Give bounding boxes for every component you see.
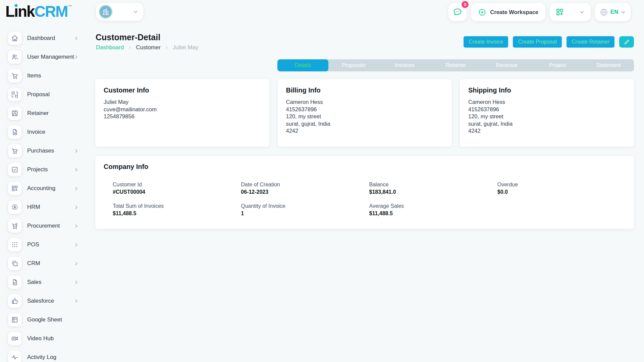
home-icon xyxy=(8,32,21,45)
billing-info-card: Billing Info Cameron Hess4152637896120, … xyxy=(278,79,452,147)
user-circle-dashed-icon xyxy=(8,200,21,214)
sidebar-item-retainer[interactable]: Retainer xyxy=(0,104,91,123)
sidebar: Dashboard User Management Items Proposal… xyxy=(0,29,91,362)
chevron-right-icon xyxy=(73,261,79,266)
company-field-overdue: Overdue $0.0 xyxy=(497,182,626,195)
field-label: Quantity of Invoice xyxy=(241,203,369,209)
chevron-right-icon xyxy=(73,148,79,154)
cart-icon xyxy=(8,69,21,82)
tab-invoices[interactable]: Invoices xyxy=(379,59,430,71)
breadcrumb-customer[interactable]: Customer xyxy=(136,44,161,51)
sidebar-item-activity-log[interactable]: Activity Log xyxy=(0,348,91,362)
sidebar-item-label: Invoice xyxy=(27,129,45,135)
chevron-down-icon xyxy=(620,9,626,15)
sidebar-item-label: Google Sheet xyxy=(27,316,62,323)
company-field-customer-id: Customer Id #CUST00004 xyxy=(113,182,241,195)
company-field-date-of-creation: Date of Creation 06-12-2023 xyxy=(241,182,369,195)
language-selector[interactable]: EN xyxy=(595,3,631,21)
info-line: Cameron Hess xyxy=(286,99,443,106)
chevron-right-icon xyxy=(73,204,79,210)
workspace-building-icon xyxy=(99,5,113,19)
chevron-right-icon xyxy=(73,167,79,173)
logo-text-blue: CRM xyxy=(35,3,68,20)
field-value: 1 xyxy=(241,210,369,217)
sidebar-item-label: Video Hub xyxy=(27,335,54,342)
tab-label: Proposals xyxy=(342,62,366,68)
sidebar-item-hrm[interactable]: HRM xyxy=(0,198,91,217)
create-retainer-button[interactable]: Create Retainer xyxy=(567,36,614,48)
file-icon xyxy=(8,276,21,289)
sidebar-item-items[interactable]: Items xyxy=(0,66,91,85)
card-title: Customer Info xyxy=(104,86,261,94)
sidebar-item-crm[interactable]: CRM xyxy=(0,254,91,273)
info-line: 4152637896 xyxy=(468,106,626,113)
field-label: Total Sum of Invoices xyxy=(113,203,241,209)
transform-icon xyxy=(8,88,21,101)
sidebar-item-label: Items xyxy=(27,72,41,79)
grid-dots-icon xyxy=(8,238,21,251)
sidebar-item-google-sheet[interactable]: Google Sheet xyxy=(0,310,91,329)
square-check-icon xyxy=(8,163,21,176)
sidebar-item-invoice[interactable]: Invoice xyxy=(0,123,91,141)
tab-label: Details xyxy=(294,62,311,68)
create-workspace-button[interactable]: Create Workspace xyxy=(471,3,545,21)
chat-button[interactable]: 0 xyxy=(448,3,467,21)
sidebar-item-projects[interactable]: Projects xyxy=(0,160,91,179)
apps-grid-icon xyxy=(555,8,564,16)
sidebar-item-label: Activity Log xyxy=(27,354,56,361)
field-value: $183,841.0 xyxy=(369,189,497,195)
create-workspace-label: Create Workspace xyxy=(490,9,538,15)
sidebar-item-video-hub[interactable]: Video Hub xyxy=(0,329,91,348)
sidebar-item-label: Sales xyxy=(27,279,42,286)
info-line: 4152637896 xyxy=(286,106,443,113)
tab-proposals[interactable]: Proposals xyxy=(328,59,379,71)
sidebar-item-label: Procurement xyxy=(27,223,60,229)
thumbs-up-icon xyxy=(8,294,21,308)
field-value: #CUST00004 xyxy=(113,189,241,195)
card-lines: Cameron Hess4152637896120, my streetsura… xyxy=(468,99,626,135)
info-line: 1254879856 xyxy=(104,113,261,120)
chevron-right-icon xyxy=(73,54,79,60)
create-proposal-button[interactable]: Create Proposal xyxy=(513,36,562,48)
sidebar-item-dashboard[interactable]: Dashboard xyxy=(0,29,91,48)
tab-statement[interactable]: Statement xyxy=(583,59,634,71)
info-cards-row: Customer Info Juliet Maycuve@mailinator.… xyxy=(95,79,634,147)
workspace-selector[interactable] xyxy=(96,3,143,21)
company-field-balance: Balance $183,841.0 xyxy=(369,182,497,195)
sidebar-item-label: User Management xyxy=(27,54,74,60)
company-info-card: Company Info Customer Id #CUST00004 Date… xyxy=(95,156,634,229)
sidebar-item-accounting[interactable]: Accounting xyxy=(0,179,91,198)
cart-icon xyxy=(8,144,21,158)
sidebar-item-proposal[interactable]: Proposal xyxy=(0,85,91,104)
company-field-quantity-of-invoice: Quantity of Invoice 1 xyxy=(241,203,369,217)
tab-label: Retainer xyxy=(445,62,466,68)
tab-project[interactable]: Project xyxy=(532,59,583,71)
chevron-right-icon xyxy=(73,186,79,191)
tab-details[interactable]: Details xyxy=(277,59,328,71)
chevron-right-icon xyxy=(73,242,79,248)
cart-check-icon xyxy=(8,219,21,233)
info-line: surat, gujrat, India xyxy=(468,120,626,128)
create-invoice-button[interactable]: Create Invoice xyxy=(464,36,508,48)
sidebar-item-procurement[interactable]: Procurement xyxy=(0,217,91,235)
sidebar-item-pos[interactable]: POS xyxy=(0,235,91,254)
sidebar-item-salesforce[interactable]: Salesforce xyxy=(0,292,91,310)
tab-revenue[interactable]: Revenue xyxy=(481,59,532,71)
sidebar-item-sales[interactable]: Sales xyxy=(0,273,91,292)
sidebar-item-label: Purchases xyxy=(27,147,54,154)
sidebar-item-user-management[interactable]: User Management xyxy=(0,48,91,66)
field-label: Date of Creation xyxy=(241,182,369,188)
field-label: Average Sales xyxy=(369,203,497,209)
breadcrumb-dashboard[interactable]: Dashboard xyxy=(96,44,124,51)
breadcrumb-juliet-may: Juliet May xyxy=(173,44,199,51)
customer-info-card: Customer Info Juliet Maycuve@mailinator.… xyxy=(95,79,269,147)
top-right-controls: 0 Create Workspace EN xyxy=(448,3,631,21)
sidebar-item-purchases[interactable]: Purchases xyxy=(0,141,91,160)
tab-retainer[interactable]: Retainer xyxy=(430,59,481,71)
apps-dropdown[interactable] xyxy=(550,3,591,21)
chevron-right-icon xyxy=(127,45,132,50)
info-line: cuve@mailinator.com xyxy=(104,106,261,113)
chevron-right-icon xyxy=(73,36,79,41)
chevron-down-icon xyxy=(579,9,585,15)
edit-button[interactable] xyxy=(619,36,634,48)
